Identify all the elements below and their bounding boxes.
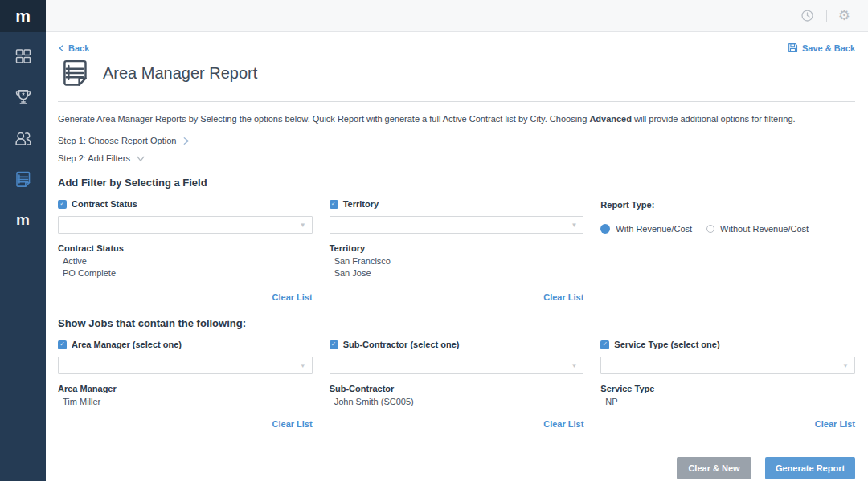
main-content: Back Save & Back Area Manager Report xyxy=(46,32,868,481)
save-and-back-label: Save & Back xyxy=(802,43,855,53)
save-and-back-link[interactable]: Save & Back xyxy=(788,43,855,53)
footer-buttons: Clear & New Generate Report xyxy=(58,457,855,479)
trophy-icon xyxy=(13,87,34,108)
service-type-select[interactable]: ▼ xyxy=(600,357,855,374)
territory-checkbox[interactable]: ✓ xyxy=(330,200,338,209)
check-icon: ✓ xyxy=(59,341,65,348)
back-link[interactable]: Back xyxy=(58,43,89,53)
logo-m-glyph: m xyxy=(15,6,31,26)
description-text: will provide additional options for filt… xyxy=(632,114,796,124)
chevron-right-icon xyxy=(182,137,190,145)
contract-status-select[interactable]: ▼ xyxy=(58,216,313,234)
sidebar-item-reports-active[interactable] xyxy=(12,168,35,190)
radio-with-revenue-cost[interactable] xyxy=(600,224,610,234)
contract-status-checkbox-row[interactable]: ✓ Contract Status xyxy=(58,199,137,209)
filter-territory: ✓ Territory ▼ Territory San Francisco Sa… xyxy=(330,199,584,302)
area-manager-clear-list-link[interactable]: Clear List xyxy=(58,419,313,429)
sidebar-item-brand[interactable]: m xyxy=(12,209,35,231)
sidebar-item-dashboard[interactable] xyxy=(12,45,35,67)
contract-status-checkbox[interactable]: ✓ xyxy=(58,200,67,209)
chevron-left-icon xyxy=(58,44,65,52)
title-divider xyxy=(58,101,855,102)
sub-contractor-list-title: Sub-Contractor xyxy=(330,384,584,393)
radio-without-revenue-cost[interactable] xyxy=(706,225,714,233)
report-title-icon xyxy=(58,56,92,90)
territory-checkbox-label: Territory xyxy=(343,199,379,209)
filter-service-type: ✓ Service Type (select one) ▼ Service Ty… xyxy=(600,340,855,429)
clock-icon[interactable] xyxy=(800,8,815,23)
list-item: PO Complete xyxy=(58,267,313,279)
territory-list: San Francisco San Jose xyxy=(330,255,584,292)
sub-contractor-checkbox[interactable]: ✓ xyxy=(330,340,338,349)
report-type-options: With Revenue/Cost Without Revenue/Cost xyxy=(600,224,855,234)
sidebar-m-glyph: m xyxy=(16,211,30,229)
description-text: Generate Area Manager Reports by Selecti… xyxy=(58,114,589,124)
list-item: Tim Miller xyxy=(58,396,313,408)
app-logo[interactable]: m xyxy=(0,0,46,32)
sub-contractor-clear-list-link[interactable]: Clear List xyxy=(330,419,584,429)
sidebar: m xyxy=(0,32,46,481)
title-row: Area Manager Report xyxy=(58,56,855,90)
radio-without-revenue-cost-label: Without Revenue/Cost xyxy=(720,224,809,234)
service-type-checkbox-row[interactable]: ✓ Service Type (select one) xyxy=(600,340,719,349)
check-icon: ✓ xyxy=(59,201,65,207)
area-manager-list-title: Area Manager xyxy=(58,384,313,393)
area-manager-checkbox[interactable]: ✓ xyxy=(58,340,67,349)
report-type-label: Report Type: xyxy=(600,199,855,210)
territory-checkbox-row[interactable]: ✓ Territory xyxy=(330,199,379,209)
topbar-divider xyxy=(826,10,827,22)
area-manager-checkbox-row[interactable]: ✓ Area Manager (select one) xyxy=(58,340,182,349)
report-type-group: Report Type: With Revenue/Cost Without R… xyxy=(600,199,855,302)
contract-status-clear-list-link[interactable]: Clear List xyxy=(58,292,313,302)
list-item: Active xyxy=(58,255,313,267)
sidebar-item-awards[interactable] xyxy=(12,86,35,108)
select-chevron-down-icon: ▼ xyxy=(842,362,849,369)
save-icon xyxy=(788,43,798,53)
grid-icon xyxy=(14,47,33,66)
filter-contract-status: ✓ Contract Status ▼ Contract Status Acti… xyxy=(58,199,313,302)
generate-report-button[interactable]: Generate Report xyxy=(765,457,855,479)
filter-row-2: ✓ Area Manager (select one) ▼ Area Manag… xyxy=(58,340,855,429)
step-1-label: Step 1: Choose Report Option xyxy=(58,136,176,145)
sub-contractor-list: John Smith (SC005) xyxy=(330,396,584,419)
step-1-toggle[interactable]: Step 1: Choose Report Option xyxy=(58,136,190,145)
area-manager-checkbox-label: Area Manager (select one) xyxy=(72,340,182,349)
gear-icon[interactable]: ⚙ xyxy=(838,9,850,22)
step-2-label: Step 2: Add Filters xyxy=(58,153,130,163)
report-icon xyxy=(13,169,33,190)
sub-contractor-checkbox-label: Sub-Contractor (select one) xyxy=(343,340,460,349)
list-item: San Jose xyxy=(330,267,584,279)
service-type-list: NP xyxy=(600,396,855,419)
check-icon: ✓ xyxy=(331,341,337,348)
territory-list-title: Territory xyxy=(330,243,584,253)
page-title: Area Manager Report xyxy=(103,64,257,83)
chevron-down-icon xyxy=(136,154,145,163)
area-manager-select[interactable]: ▼ xyxy=(58,357,313,374)
sidebar-item-users[interactable] xyxy=(12,127,35,149)
area-manager-list: Tim Miller xyxy=(58,396,313,419)
filter-sub-contractor: ✓ Sub-Contractor (select one) ▼ Sub-Cont… xyxy=(330,340,584,429)
territory-clear-list-link[interactable]: Clear List xyxy=(330,292,584,302)
users-icon xyxy=(13,128,34,149)
territory-select[interactable]: ▼ xyxy=(330,216,584,234)
select-chevron-down-icon: ▼ xyxy=(300,222,306,229)
list-item: John Smith (SC005) xyxy=(330,396,584,408)
service-type-checkbox-label: Service Type (select one) xyxy=(614,340,719,349)
footer-divider xyxy=(58,446,855,446)
step-2-toggle[interactable]: Step 2: Add Filters xyxy=(58,153,145,163)
app-window: m ⚙ xyxy=(0,0,868,481)
page-description: Generate Area Manager Reports by Selecti… xyxy=(58,114,855,124)
sub-contractor-select[interactable]: ▼ xyxy=(330,357,584,374)
select-chevron-down-icon: ▼ xyxy=(571,222,577,229)
description-bold-text: Advanced xyxy=(589,114,632,124)
service-type-list-title: Service Type xyxy=(600,384,855,393)
list-item: San Francisco xyxy=(330,255,584,267)
service-type-clear-list-link[interactable]: Clear List xyxy=(600,419,855,429)
back-label: Back xyxy=(68,43,89,53)
sub-contractor-checkbox-row[interactable]: ✓ Sub-Contractor (select one) xyxy=(330,340,460,349)
clear-and-new-button[interactable]: Clear & New xyxy=(677,457,751,479)
service-type-checkbox[interactable]: ✓ xyxy=(600,340,609,349)
section-title-add-filter: Add Filter by Selecting a Field xyxy=(58,177,855,189)
contract-status-list-title: Contract Status xyxy=(58,243,313,253)
list-item: NP xyxy=(600,396,855,408)
